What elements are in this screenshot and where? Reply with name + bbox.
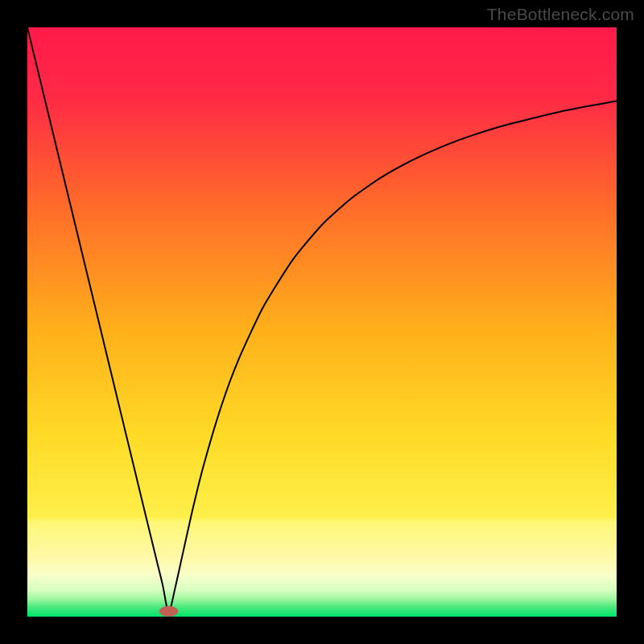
- watermark-text: TheBottleneck.com: [487, 5, 634, 24]
- gradient-background: [27, 27, 617, 617]
- chart-frame: TheBottleneck.com: [0, 0, 644, 644]
- minimum-marker: [159, 606, 178, 617]
- bottleneck-plot: [27, 27, 617, 617]
